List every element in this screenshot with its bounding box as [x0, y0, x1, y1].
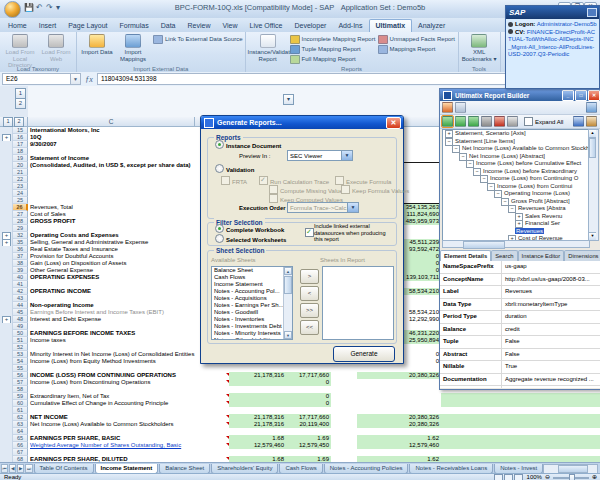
sap-panel-icon[interactable] [587, 8, 597, 17]
cell-C25[interactable] [28, 197, 195, 204]
cell-C51[interactable]: Income taxes [28, 337, 195, 344]
preview-in-select[interactable]: SEC Viewer▼ [287, 150, 353, 161]
cell-G60[interactable] [331, 400, 357, 407]
row-header-28[interactable]: 28 [13, 218, 28, 225]
row-header-55[interactable]: 55 [13, 365, 28, 372]
cell-H64[interactable] [357, 428, 441, 435]
home-icon[interactable] [442, 102, 453, 113]
cell-G64[interactable] [331, 428, 357, 435]
cell-H62[interactable]: 20,380,326 [357, 414, 441, 421]
cell-C59[interactable]: Extraordinary Item, Net of Tax [28, 393, 195, 400]
sheet-tab-balance-sheet[interactable]: Balance Sheet [159, 464, 210, 474]
row-header-40[interactable]: 40 [13, 274, 28, 281]
ribbon-tab-formulas[interactable]: Formulas [114, 20, 155, 32]
available-sheet-item[interactable]: Notes - Acquisitions [212, 295, 284, 302]
cell-E60[interactable] [229, 400, 286, 407]
pdf-icon[interactable] [494, 116, 505, 127]
dropdown-icon[interactable]: ▼ [347, 203, 358, 212]
ribbon-tab-review[interactable]: Review [182, 20, 217, 32]
cell-C15[interactable]: International Motors, Inc [28, 127, 195, 134]
cell-C27[interactable]: Cost of Sales [28, 211, 195, 218]
tree-item[interactable]: +Financial Ser [443, 220, 591, 228]
cell-C28[interactable]: GROSS PROFIT [28, 218, 195, 225]
cell-G66[interactable] [331, 442, 357, 449]
cell-D55[interactable] [195, 365, 229, 372]
available-sheet-item[interactable]: Notes - Goodwill [212, 309, 284, 316]
available-sheet-item[interactable]: Notes - Earnings Per Sh... [212, 302, 284, 309]
cell-C20[interactable]: (Consolidated, Audited, in USD $, except… [28, 162, 195, 169]
cell-E62[interactable]: 21,178,316 [229, 414, 286, 421]
cell-E67[interactable] [229, 449, 286, 456]
cell-D66[interactable] [195, 442, 229, 449]
load-from-local-directory-button[interactable]: Load From Local Directory [2, 33, 38, 64]
link-external-data-source-button[interactable]: Link To External Data Source [151, 34, 243, 44]
move-all-right-button[interactable]: >> [300, 303, 319, 318]
first-sheet-icon[interactable]: ⏮ [1, 464, 8, 473]
cell-C19[interactable]: Statement of Income [28, 155, 195, 162]
cell-I61[interactable] [441, 407, 600, 414]
available-sheet-item[interactable]: Notes - Investments Debt [212, 323, 284, 330]
row-header-15[interactable]: 15 [13, 127, 28, 134]
cell-E59[interactable] [229, 393, 286, 400]
cell-E57[interactable] [229, 379, 286, 386]
dialog-close-button[interactable]: ✕ [386, 117, 401, 129]
scroll-thumb[interactable] [558, 465, 588, 473]
tree-scrollbar[interactable]: ▲ ▼ [588, 129, 599, 241]
scroll-thumb[interactable] [284, 276, 292, 294]
cell-C16[interactable]: 10Q [28, 134, 195, 141]
row-header-56[interactable]: 56 [13, 372, 28, 379]
ribbon-tab-developer[interactable]: Developer [288, 20, 332, 32]
book-icon[interactable] [586, 116, 597, 127]
cell-D65[interactable] [195, 435, 229, 442]
row-header-54[interactable]: 54 [13, 358, 28, 365]
cell-C50[interactable]: EARNINGS BEFORE INCOME TAXES [28, 330, 195, 337]
cell-C67[interactable] [28, 449, 195, 456]
row-header-35[interactable]: 35 [13, 239, 28, 246]
prev-sheet-icon[interactable]: ◀ [9, 464, 16, 473]
tree-item[interactable]: +Sales Revenu [443, 213, 591, 221]
ribbon-tab-data[interactable]: Data [155, 20, 182, 32]
unmapped-facts-report-button[interactable]: Unmapped Facts Report [376, 34, 456, 44]
cell-E64[interactable] [229, 428, 286, 435]
cell-F58[interactable] [286, 386, 331, 393]
move-right-button[interactable]: > [300, 269, 319, 284]
cell-D57[interactable] [195, 379, 229, 386]
validation-radio[interactable]: Validation [215, 164, 254, 174]
table-view-icon[interactable] [442, 116, 453, 127]
cell-C36[interactable]: Real Estate Taxes and Insurance [28, 246, 195, 253]
cell-C40[interactable]: OPERATING EXPENSES [28, 274, 195, 281]
cell-D62[interactable] [195, 414, 229, 421]
cell-F67[interactable] [286, 449, 331, 456]
name-box[interactable]: E26 [2, 73, 71, 85]
row-header-16[interactable]: 16 [13, 134, 28, 141]
row-header-44[interactable]: 44 [13, 302, 28, 309]
row-header-59[interactable]: 59 [13, 393, 28, 400]
row-header-25[interactable]: 25 [13, 197, 28, 204]
cell-F66[interactable]: 12,579,450 [286, 442, 331, 449]
row-header-63[interactable]: 63 [13, 421, 28, 428]
sheet-tab-shareholders-equity[interactable]: Shareholders' Equity [211, 464, 278, 474]
list-view-icon[interactable] [468, 116, 479, 127]
cell-H67[interactable] [357, 449, 441, 456]
cell-C18[interactable] [28, 148, 195, 155]
list-scrollbar[interactable]: ▲ ▼ [283, 267, 292, 339]
row-header-51[interactable]: 51 [13, 337, 28, 344]
instance-document-radio[interactable]: Instance Document [215, 140, 281, 150]
row-header-64[interactable]: 64 [13, 428, 28, 435]
cell-I66[interactable] [441, 442, 600, 449]
incomplete-mapping-report-button[interactable]: Incomplete Mapping Report [288, 34, 376, 44]
sheet-tab-notes-invest[interactable]: Notes - Invest [494, 464, 543, 474]
cell-C39[interactable]: Other General Expense [28, 267, 195, 274]
cell-C44[interactable]: Non-operating Income [28, 302, 195, 309]
tree-item[interactable]: Revenues [443, 228, 591, 236]
sheet-tab-income-statement[interactable]: Income Statement [95, 464, 159, 474]
row-header-32[interactable]: 32 [13, 232, 28, 239]
row-header-52[interactable]: 52 [13, 344, 28, 351]
cell-C65[interactable]: EARNINGS PER SHARE, BASIC [28, 435, 195, 442]
panel-tab-instance-editor[interactable]: Instance Editor [518, 250, 565, 261]
normal-view-icon[interactable] [494, 474, 503, 480]
cell-C29[interactable] [28, 225, 195, 232]
ribbon-tab-ultimatix[interactable]: Ultimatix [369, 19, 413, 32]
cell-F57[interactable]: 0 [286, 379, 331, 386]
row-header-45[interactable]: 45 [13, 309, 28, 316]
